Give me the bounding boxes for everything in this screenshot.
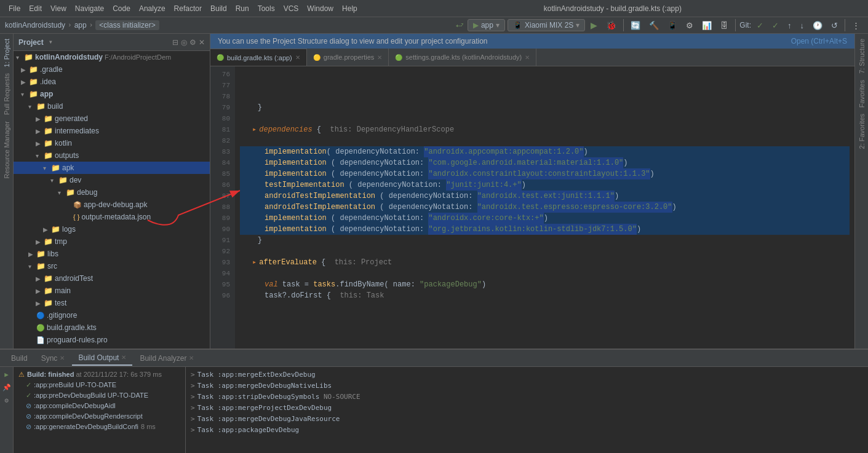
run-config-selector[interactable]: ▶ app ▾: [468, 19, 505, 31]
menu-navigate[interactable]: Navigate: [71, 3, 108, 14]
tree-item-src[interactable]: ▾ 📁 src: [14, 260, 210, 272]
build-item-generatebuild[interactable]: ⊘ :app:generateDevDebugBuildConfi 8 ms: [14, 422, 185, 432]
bottom-tab-build[interactable]: Build: [5, 352, 34, 365]
tree-item-tmp[interactable]: ▶ 📁 tmp: [14, 235, 210, 248]
sync-button[interactable]: 🔄: [627, 19, 643, 32]
git-undo[interactable]: ↺: [828, 19, 841, 32]
build-output-tab-close[interactable]: ✕: [121, 354, 126, 361]
menu-tools[interactable]: Tools: [254, 3, 279, 14]
debug-button[interactable]: 🐞: [603, 18, 619, 32]
tree-item-apk-file[interactable]: ▶ 📦 app-dev-debug.apk: [14, 199, 210, 211]
folder-icon: 📁: [58, 176, 68, 184]
run-again-icon[interactable]: ▶: [3, 369, 10, 380]
profiler-button[interactable]: 📊: [699, 19, 715, 32]
favorites-icon[interactable]: Favorites: [857, 77, 867, 110]
tree-item-androidtest[interactable]: ▶ 📁 androidTest: [14, 272, 210, 285]
menu-build[interactable]: Build: [207, 3, 231, 14]
build-analyzer-tab-close[interactable]: ✕: [189, 355, 194, 361]
open-project-structure-link[interactable]: Open (Ctrl+Alt+S: [791, 37, 847, 45]
settings-bottom-icon[interactable]: ⚙: [3, 395, 10, 406]
menu-refactor[interactable]: Refactor: [170, 3, 205, 14]
tab-close-btn[interactable]: ✕: [377, 54, 382, 61]
tree-item-gitignore[interactable]: ▶ 🔵 .gitignore: [14, 309, 210, 321]
bottom-tab-build-output[interactable]: Build Output ✕: [72, 351, 132, 366]
menu-help[interactable]: Help: [338, 3, 361, 14]
tree-item-dev[interactable]: ▾ 📁 dev: [14, 174, 210, 186]
collapse-all-button[interactable]: ⊟: [172, 38, 178, 47]
tree-item-gradle-dir[interactable]: ▶ 📁 .gradle: [14, 63, 210, 76]
tab-close-btn[interactable]: ✕: [295, 54, 300, 61]
menu-vcs[interactable]: VCS: [280, 3, 303, 14]
menu-run[interactable]: Run: [232, 3, 253, 14]
build-item-prebuild[interactable]: ✓ :app:preBuild UP-TO-DATE: [14, 380, 185, 390]
tab-label: gradle.properties: [324, 53, 375, 61]
menu-view[interactable]: View: [47, 3, 70, 14]
tree-item-test[interactable]: ▶ 📁 test: [14, 297, 210, 309]
git-checkmark-2[interactable]: ✓: [769, 19, 782, 32]
tree-item-main[interactable]: ▶ 📁 main: [14, 285, 210, 297]
bottom-tab-sync[interactable]: Sync ✕: [35, 352, 71, 365]
locate-file-button[interactable]: ◎: [181, 38, 187, 47]
tree-item-proguard[interactable]: ▶ 📄 proguard-rules.pro: [14, 334, 210, 346]
tree-item-outputs[interactable]: ▾ 📁 outputs: [14, 149, 210, 162]
avd-button[interactable]: 📱: [664, 19, 680, 32]
tree-item-debug[interactable]: ▾ 📁 debug: [14, 186, 210, 199]
tree-item-generated[interactable]: ▶ 📁 generated: [14, 112, 210, 125]
tab-settings-gradle[interactable]: 🟢 settings.gradle.kts (kotlinAndroidstud…: [389, 49, 536, 66]
menu-analyze[interactable]: Analyze: [135, 3, 169, 14]
pin-icon[interactable]: 📌: [1, 382, 12, 393]
breadcrumb-location[interactable]: <class initializer>: [95, 20, 159, 30]
tree-item-app[interactable]: ▾ 📁 app: [14, 88, 210, 100]
navigate-back-icon[interactable]: ⮐: [456, 21, 464, 30]
sdk-button[interactable]: ⚙: [683, 19, 696, 32]
git-push[interactable]: ↑: [784, 19, 795, 32]
database-button[interactable]: 🗄: [717, 19, 731, 32]
build-item-predevdebug[interactable]: ✓ :app:preDevDebugBuild UP-TO-DATE: [14, 390, 185, 401]
build-item-compileaidl[interactable]: ⊘ :app:compileDevDebugAidl: [14, 401, 185, 411]
tree-item-metadata-file[interactable]: ▶ { } output-metadata.json: [14, 211, 210, 223]
breadcrumb-project[interactable]: kotlinAndroidstudy: [5, 21, 65, 30]
tree-item-libs[interactable]: ▶ 📁 libs: [14, 248, 210, 260]
menu-window[interactable]: Window: [303, 3, 337, 14]
tree-item-buildgradle[interactable]: ▶ 🟢 build.gradle.kts: [14, 321, 210, 334]
code-editor[interactable]: 76 77 78 79 80 81 82 83 84 85 86 87 88 8…: [210, 66, 854, 349]
sync-tab-close[interactable]: ✕: [60, 355, 65, 361]
structure-panel-icon[interactable]: 7: Structure: [857, 36, 867, 76]
git-pull[interactable]: ↓: [797, 19, 808, 32]
run-button[interactable]: ▶: [587, 18, 600, 32]
project-panel-icon[interactable]: 1: Project: [2, 36, 12, 69]
project-tree: ▾ 📁 kotlinAndroidstudy F:/AndroidProject…: [14, 51, 210, 349]
code-content[interactable]: } ▸dependencies { this: DependencyHandle…: [235, 66, 854, 349]
git-history[interactable]: 🕐: [810, 19, 826, 32]
folder-icon: 📁: [44, 151, 53, 160]
menu-code[interactable]: Code: [109, 3, 134, 14]
project-dropdown-arrow[interactable]: ▾: [49, 37, 53, 47]
build-button[interactable]: 🔨: [646, 19, 662, 32]
pull-requests-icon[interactable]: Pull Requests: [2, 71, 12, 117]
tab-build-gradle-app[interactable]: 🟢 build.gradle.kts (:app) ✕: [210, 49, 307, 66]
tree-item-label: dev: [70, 176, 81, 184]
build-status-item[interactable]: ⚠ Build: finished at 2021/11/22 17: 6s 3…: [14, 369, 185, 380]
tree-item-logs[interactable]: ▶ 📁 logs: [14, 223, 210, 235]
build-item-compilerender[interactable]: ⊘ :app:compileDevDebugRenderscript: [14, 411, 185, 422]
tab-close-btn[interactable]: ✕: [525, 54, 530, 61]
breadcrumb-module[interactable]: app: [74, 21, 87, 30]
settings-button[interactable]: ⚙: [189, 38, 196, 47]
tree-item-label: logs: [62, 225, 76, 234]
more-actions[interactable]: ⋮: [849, 19, 863, 32]
tree-item-kotlin[interactable]: ▶ 📁 kotlin: [14, 137, 210, 149]
tab-gradle-properties[interactable]: 🟡 gradle.properties ✕: [307, 49, 389, 66]
resource-manager-icon[interactable]: Resource Manager: [2, 119, 12, 181]
bottom-tab-build-analyzer[interactable]: Build Analyzer ✕: [133, 352, 200, 365]
favorites2-icon[interactable]: 2: Favorites: [857, 111, 867, 151]
tree-item-intermediates[interactable]: ▶ 📁 intermediates: [14, 125, 210, 137]
device-selector[interactable]: 📱 Xiaomi MIX 2S ▾: [508, 19, 585, 31]
tree-item-idea[interactable]: ▶ 📁 .idea: [14, 76, 210, 88]
git-checkmark-1[interactable]: ✓: [754, 19, 766, 32]
tree-item-root[interactable]: ▾ 📁 kotlinAndroidstudy F:/AndroidProject…: [14, 51, 210, 63]
tree-item-apk[interactable]: ▾ 📁 apk: [14, 162, 210, 174]
menu-edit[interactable]: Edit: [25, 3, 46, 14]
close-panel-button[interactable]: ✕: [199, 38, 205, 47]
tree-item-build[interactable]: ▾ 📁 build: [14, 100, 210, 112]
menu-file[interactable]: File: [5, 3, 24, 14]
